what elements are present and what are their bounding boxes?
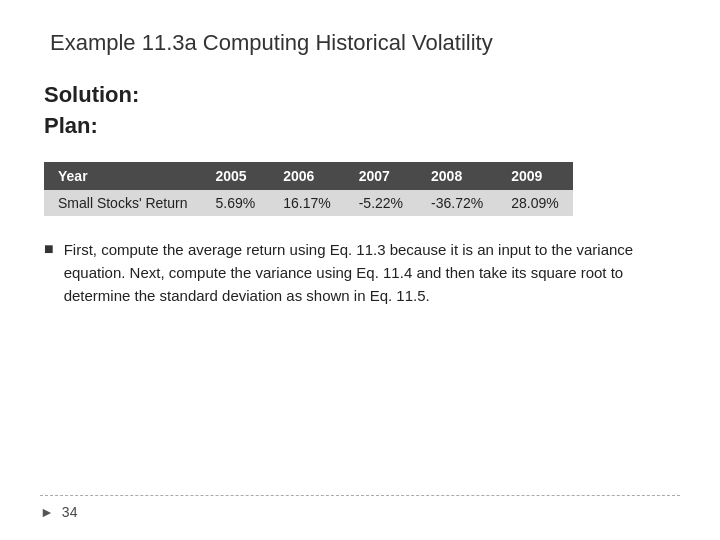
bullet-text: First, compute the average return using … <box>64 238 680 308</box>
row-label: Small Stocks' Return <box>44 190 202 216</box>
cell-2007: -5.22% <box>345 190 417 216</box>
page-number: 34 <box>62 504 78 520</box>
bullet-arrow-icon: ■ <box>44 240 54 258</box>
page-title: Example 11.3a Computing Historical Volat… <box>40 30 680 56</box>
cell-2005: 5.69% <box>202 190 270 216</box>
returns-table: Year 2005 2006 2007 2008 2009 Small Stoc… <box>44 162 573 216</box>
data-table-container: Year 2005 2006 2007 2008 2009 Small Stoc… <box>40 162 680 216</box>
solution-label: Solution: <box>44 82 139 107</box>
cell-2008: -36.72% <box>417 190 497 216</box>
cell-2009: 28.09% <box>497 190 572 216</box>
table-row: Small Stocks' Return 5.69% 16.17% -5.22%… <box>44 190 573 216</box>
footer-arrow-icon: ► <box>40 504 54 520</box>
col-header-year: Year <box>44 162 202 190</box>
footer: ► 34 <box>40 495 680 520</box>
table-header-row: Year 2005 2006 2007 2008 2009 <box>44 162 573 190</box>
plan-label: Plan: <box>44 113 98 138</box>
solution-plan-label: Solution: Plan: <box>40 80 680 142</box>
col-header-2006: 2006 <box>269 162 344 190</box>
col-header-2009: 2009 <box>497 162 572 190</box>
cell-2006: 16.17% <box>269 190 344 216</box>
page: Example 11.3a Computing Historical Volat… <box>0 0 720 540</box>
col-header-2008: 2008 <box>417 162 497 190</box>
col-header-2007: 2007 <box>345 162 417 190</box>
bullet-section: ■ First, compute the average return usin… <box>40 238 680 308</box>
col-header-2005: 2005 <box>202 162 270 190</box>
